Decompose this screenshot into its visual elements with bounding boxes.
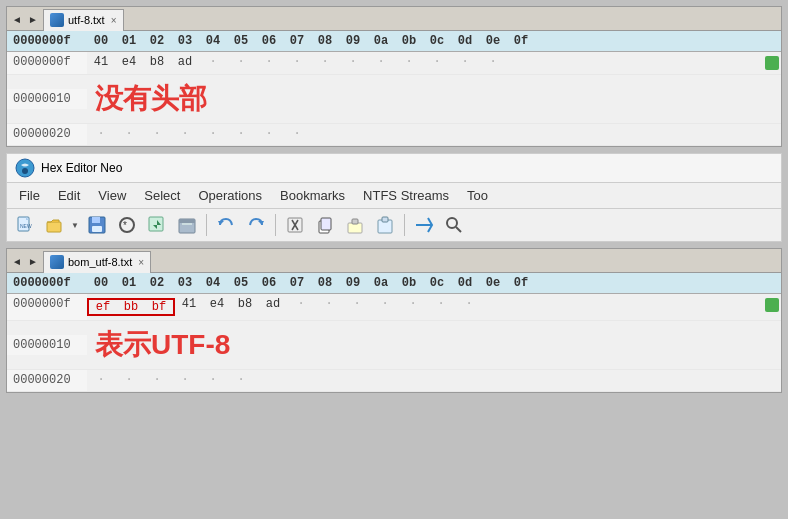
top-data-row-0: 0000000f 41 e4 b8 ad · · · · · · · · · ·…: [7, 52, 781, 75]
svg-text:*: *: [123, 220, 127, 231]
menu-bar: File Edit View Select Operations Bookmar…: [6, 183, 782, 209]
byte-7: ·: [283, 55, 311, 71]
top-addr-0: 0000000f: [7, 52, 87, 74]
menu-operations[interactable]: Operations: [190, 185, 270, 206]
toolbar: NEW ▼ *: [6, 209, 782, 242]
byte-5: ·: [227, 55, 255, 71]
data-byte-3: ad: [259, 297, 287, 317]
top-tab-bar: ◄ ► utf-8.txt ×: [7, 7, 781, 31]
byte-0: 41: [87, 55, 115, 71]
hcol-7: 07: [283, 34, 311, 48]
hcol-d: 0d: [451, 34, 479, 48]
menu-select[interactable]: Select: [136, 185, 188, 206]
svg-point-1: [22, 168, 28, 174]
byte-3: ad: [171, 55, 199, 71]
svg-rect-5: [47, 222, 61, 232]
hcol-9: 09: [339, 34, 367, 48]
tab-nav-right[interactable]: ►: [25, 12, 41, 28]
top-header-offset: 0000000f: [7, 31, 87, 51]
toolbar-find-btn[interactable]: [440, 212, 468, 238]
hcol-2: 02: [143, 34, 171, 48]
menu-ntfs[interactable]: NTFS Streams: [355, 185, 457, 206]
top-hexdata-1: 没有头部: [87, 75, 781, 123]
menu-view[interactable]: View: [90, 185, 134, 206]
toolbar-copy-btn[interactable]: [311, 212, 339, 238]
byte-10: ·: [367, 55, 395, 71]
bottom-hex-header: 0000000f 00 01 02 03 04 05 06 07 08 09 0…: [7, 273, 781, 294]
bottom-data-row-2: 00000020 · · · · · ·: [7, 370, 781, 392]
toolbar-new-btn[interactable]: NEW: [11, 212, 39, 238]
top-green-0: [765, 56, 779, 70]
toolbar-open-group: ▼: [41, 212, 81, 238]
bottom-tab-close[interactable]: ×: [138, 257, 144, 268]
app-name-label: Hex Editor Neo: [41, 161, 122, 175]
bottom-data-row-1: 00000010 表示UTF-8: [7, 321, 781, 370]
bottom-tab-file-icon: [50, 255, 64, 269]
svg-rect-15: [179, 219, 195, 223]
bom-byte-0: ef: [89, 300, 117, 314]
hcol-8: 08: [311, 34, 339, 48]
top-hex-header: 0000000f 00 01 02 03 04 05 06 07 08 09 0…: [7, 31, 781, 52]
top-data-row-2: 00000020 · · · · · · · ·: [7, 124, 781, 146]
byte-4: ·: [199, 55, 227, 71]
top-hexdata-0: 41 e4 b8 ad · · · · · · · · · · ·: [87, 52, 763, 74]
byte-6: ·: [255, 55, 283, 71]
tab-file-icon: [50, 13, 64, 27]
bottom-addr-2: 00000020: [7, 370, 87, 391]
toolbar-open-dropdown[interactable]: ▼: [69, 212, 81, 238]
toolbar-export-btn[interactable]: [173, 212, 201, 238]
bom-highlight-box: ef bb bf: [87, 298, 175, 316]
hcol-3: 03: [171, 34, 199, 48]
svg-rect-22: [321, 218, 331, 230]
top-tab[interactable]: utf-8.txt ×: [43, 9, 124, 31]
top-addr-2: 00000020: [7, 124, 87, 145]
hcol-a: 0a: [367, 34, 395, 48]
toolbar-cut-btn[interactable]: [281, 212, 309, 238]
byte-9: ·: [339, 55, 367, 71]
toolbar-sep-1: [206, 214, 207, 236]
byte-14: ·: [479, 55, 507, 71]
toolbar-sep-3: [404, 214, 405, 236]
bottom-hex-panel: ◄ ► bom_utf-8.txt × 0000000f 00 01 02 03…: [6, 248, 782, 393]
hcol-5: 05: [227, 34, 255, 48]
bottom-hexdata-2: · · · · · ·: [87, 370, 781, 391]
bottom-tab-nav-right[interactable]: ►: [25, 254, 41, 270]
toolbar-redo-btn[interactable]: [242, 212, 270, 238]
toolbar-open-btn[interactable]: [41, 212, 69, 238]
byte-1: e4: [115, 55, 143, 71]
toolbar-share-btn[interactable]: [410, 212, 438, 238]
bottom-header-offset: 0000000f: [7, 273, 87, 293]
svg-point-27: [447, 218, 457, 228]
app-bar: Hex Editor Neo: [6, 153, 782, 183]
tab-nav-left[interactable]: ◄: [9, 12, 25, 28]
menu-file[interactable]: File: [11, 185, 48, 206]
menu-edit[interactable]: Edit: [50, 185, 88, 206]
toolbar-paste2-btn[interactable]: [371, 212, 399, 238]
hcol-f: 0f: [507, 34, 535, 48]
data-byte-2: b8: [231, 297, 259, 317]
hcol-6: 06: [255, 34, 283, 48]
bom-byte-2: bf: [145, 300, 173, 314]
top-tab-close[interactable]: ×: [111, 15, 117, 26]
bottom-green-0: [765, 298, 779, 312]
bottom-tab-nav-left[interactable]: ◄: [9, 254, 25, 270]
svg-rect-24: [352, 219, 358, 224]
menu-bookmarks[interactable]: Bookmarks: [272, 185, 353, 206]
top-tab-label: utf-8.txt: [68, 14, 105, 26]
data-byte-1: e4: [203, 297, 231, 317]
bottom-tab-label: bom_utf-8.txt: [68, 256, 132, 268]
svg-rect-11: [149, 217, 163, 231]
menu-tools[interactable]: Too: [459, 185, 496, 206]
top-hex-panel: ◄ ► utf-8.txt × 0000000f 00 01 02 03 04 …: [6, 6, 782, 147]
toolbar-save-btn[interactable]: [83, 212, 111, 238]
byte-8: ·: [311, 55, 339, 71]
bottom-tab[interactable]: bom_utf-8.txt ×: [43, 251, 151, 273]
toolbar-properties-btn[interactable]: *: [113, 212, 141, 238]
toolbar-import-btn[interactable]: [143, 212, 171, 238]
bottom-chinese-label: 表示UTF-8: [87, 324, 238, 366]
toolbar-paste-btn[interactable]: [341, 212, 369, 238]
bottom-hexdata-0: ef bb bf 41 e4 b8 ad · · · · · · ·: [87, 294, 763, 320]
top-addr-1: 00000010: [7, 89, 87, 109]
toolbar-undo-btn[interactable]: [212, 212, 240, 238]
bottom-header-cols: 00 01 02 03 04 05 06 07 08 09 0a 0b 0c 0…: [87, 273, 781, 293]
